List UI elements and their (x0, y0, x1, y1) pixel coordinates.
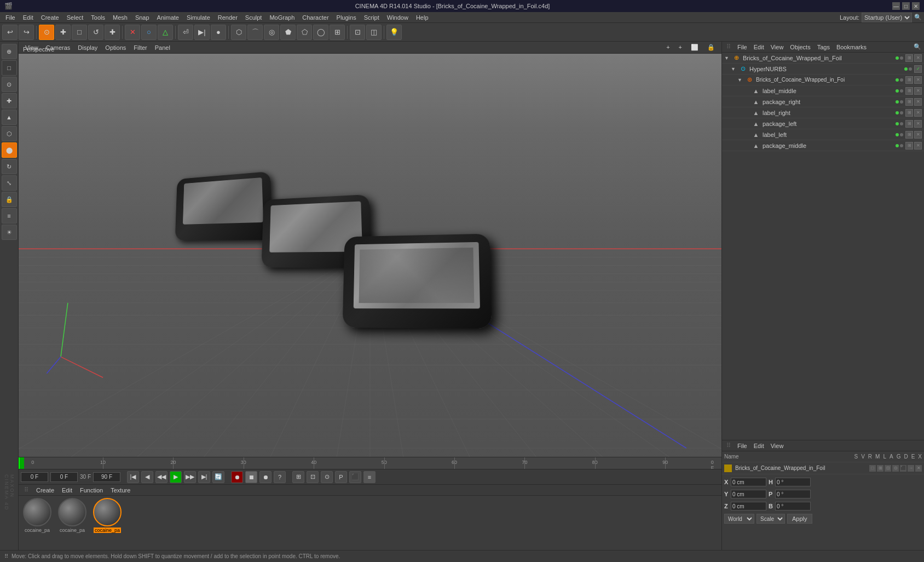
maximize-button[interactable]: □ (902, 2, 910, 10)
coord-b-input[interactable] (775, 502, 811, 511)
om-check-pl-2[interactable]: ✕ (914, 120, 922, 128)
om-check-2[interactable]: ✕ (914, 54, 922, 62)
poly-mode-button[interactable]: ⊙ (2, 77, 17, 92)
menu-edit[interactable]: Edit (20, 13, 37, 22)
spline-button[interactable]: ⌒ (247, 25, 263, 40)
menu-script[interactable]: Script (361, 13, 383, 22)
step-back-button[interactable]: ◀ (141, 471, 153, 483)
om-child-package-middle[interactable]: ▲ package_middle ⊞ ✕ (722, 140, 924, 151)
layout-select[interactable]: Startup (User) (862, 13, 912, 22)
om-hypernurbs-row[interactable]: ▼ ⊙ HyperNURBS ✓ (722, 64, 924, 74)
om-check-pm-1[interactable]: ⊞ (905, 142, 913, 150)
menu-tools[interactable]: Tools (88, 13, 108, 22)
om-dot-cr-green[interactable] (896, 78, 899, 82)
om-menu-bookmarks[interactable]: Bookmarks (834, 43, 869, 51)
keyframe-btn-4[interactable]: P (335, 471, 347, 483)
select-tool-button[interactable]: ⊙ (39, 25, 54, 40)
om-check-1[interactable]: ⊞ (905, 54, 913, 62)
viewport-icon-lock[interactable]: 🔒 (704, 43, 718, 52)
om-child-package-left[interactable]: ▲ package_left ⊞ ✕ (722, 118, 924, 129)
materials-menu-create[interactable]: Create (33, 486, 57, 494)
om-menu-objects[interactable]: Objects (788, 43, 812, 51)
perspective-button[interactable]: ⊡ (350, 25, 365, 40)
keyframe-btn-2[interactable]: ⊡ (307, 471, 319, 483)
menu-plugins[interactable]: Plugins (333, 13, 360, 22)
om-child-label-middle[interactable]: ▲ label_middle ⊞ ✕ (722, 85, 924, 96)
end-frame-input[interactable] (93, 472, 120, 482)
menu-snap[interactable]: Snap (132, 13, 153, 22)
attr-icon-1[interactable]: □ (869, 465, 876, 472)
viewport-icon-1[interactable]: + (663, 43, 673, 52)
om-check-ll-1[interactable]: ⊞ (905, 131, 913, 139)
rotate-tool-button[interactable]: ↺ (88, 25, 103, 40)
om-childroot-row[interactable]: ▼ ⊛ Bricks_of_Cocaine_Wrapped_in_Foi ⊞ ✕ (722, 74, 924, 85)
attr-icon-3[interactable]: ⊡ (885, 465, 891, 472)
attr-menu-view[interactable]: View (769, 442, 786, 450)
point-mode-button[interactable]: ▲ (2, 110, 17, 125)
om-search-icon[interactable]: 🔍 (913, 43, 922, 51)
menu-sculpt[interactable]: Sculpt (242, 13, 265, 22)
parallel-button[interactable]: ◫ (366, 25, 382, 40)
om-check-hn-1[interactable]: ✓ (914, 65, 922, 73)
stop-button[interactable]: ⏹ (245, 471, 257, 483)
current-frame-input[interactable] (21, 472, 48, 482)
keyframe-btn-5[interactable]: ⬛ (349, 471, 361, 483)
search-icon[interactable]: 🔍 (914, 14, 922, 21)
scale-mode-button[interactable]: ⤡ (2, 175, 17, 191)
attr-menu-edit[interactable]: Edit (752, 442, 766, 450)
om-check-lm-2[interactable]: ✕ (914, 87, 922, 95)
keyframe-btn-3[interactable]: ⊙ (321, 471, 333, 483)
viewport-menu-display[interactable]: Display (74, 43, 101, 52)
om-child-label-right[interactable]: ▲ label_right ⊞ ✕ (722, 107, 924, 118)
om-dot-pr[interactable] (896, 100, 899, 104)
play-button[interactable]: ▶ (170, 471, 182, 483)
menu-window[interactable]: Window (384, 13, 412, 22)
timeline-playhead[interactable] (19, 457, 20, 469)
viewport-menu-panel[interactable]: Panel (152, 43, 174, 52)
menu-mesh[interactable]: Mesh (109, 13, 131, 22)
viewport-canvas[interactable] (19, 54, 721, 457)
om-root-row[interactable]: ▼ ⊕ Bricks_of_Cocaine_Wrapped_in_Foil ⊞ … (722, 53, 924, 64)
menu-mograph[interactable]: MoGraph (266, 13, 298, 22)
light-button[interactable]: ◯ (313, 25, 328, 40)
minimize-button[interactable]: — (892, 2, 900, 10)
nurbs-button[interactable]: ◎ (264, 25, 279, 40)
auto-key-button[interactable]: ⏺ (259, 471, 272, 483)
om-check-pl-1[interactable]: ⊞ (905, 120, 913, 128)
om-menu-file[interactable]: File (735, 43, 749, 51)
menu-file[interactable]: File (2, 13, 19, 22)
go-start-button[interactable]: |◀ (127, 471, 139, 483)
menu-character[interactable]: Character (299, 13, 332, 22)
om-check-lm-1[interactable]: ⊞ (905, 87, 913, 95)
material-swatch-1[interactable]: cocaine_pa (21, 498, 54, 533)
play-forward-button[interactable]: ▶▶ (184, 471, 196, 483)
layer-button[interactable]: ≡ (2, 208, 17, 223)
go-end-button[interactable]: ▶| (198, 471, 210, 483)
coord-world-select[interactable]: World Object (724, 514, 754, 524)
om-dot-hn-green[interactable] (904, 67, 908, 71)
attr-icon-5[interactable]: ⬛ (900, 465, 906, 472)
viewport-area[interactable]: View Cameras Display Options Filter Pane… (19, 42, 721, 457)
edge-mode-button[interactable]: ✚ (2, 93, 17, 108)
om-menu-edit[interactable]: Edit (752, 43, 766, 51)
object-snap-button[interactable]: ⬡ (231, 25, 246, 40)
om-expand-child[interactable]: ▼ (737, 77, 744, 83)
attr-icon-4[interactable]: ⊙ (892, 465, 899, 472)
material-swatch-2[interactable]: cocaine_pa (56, 498, 89, 533)
frame-rate-input[interactable] (50, 472, 78, 482)
model-mode-button[interactable]: ⊕ (2, 44, 17, 59)
play-back-button[interactable]: ◀◀ (155, 471, 168, 483)
scene-3d-objects[interactable] (172, 163, 489, 339)
loop-button[interactable]: 🔄 (212, 471, 224, 483)
viewport-icon-fullscreen[interactable]: ⬜ (688, 43, 702, 52)
material-swatch-3[interactable]: cocaine_pa (91, 498, 124, 533)
om-expand-root[interactable]: ▼ (724, 55, 731, 61)
menu-create[interactable]: Create (38, 13, 62, 22)
attr-item-row[interactable]: Bricks_of_Cocaine_Wrapped_in_Foil □ ⊞ ⊡ … (722, 462, 924, 474)
object-mode-button[interactable]: □ (2, 60, 17, 76)
rotate-mode-button[interactable]: ↻ (2, 159, 17, 174)
menu-select[interactable]: Select (63, 13, 87, 22)
coord-y-input[interactable] (731, 490, 766, 498)
coord-scale-select[interactable]: Scale Size (756, 514, 785, 524)
om-dot-pm[interactable] (896, 144, 899, 147)
